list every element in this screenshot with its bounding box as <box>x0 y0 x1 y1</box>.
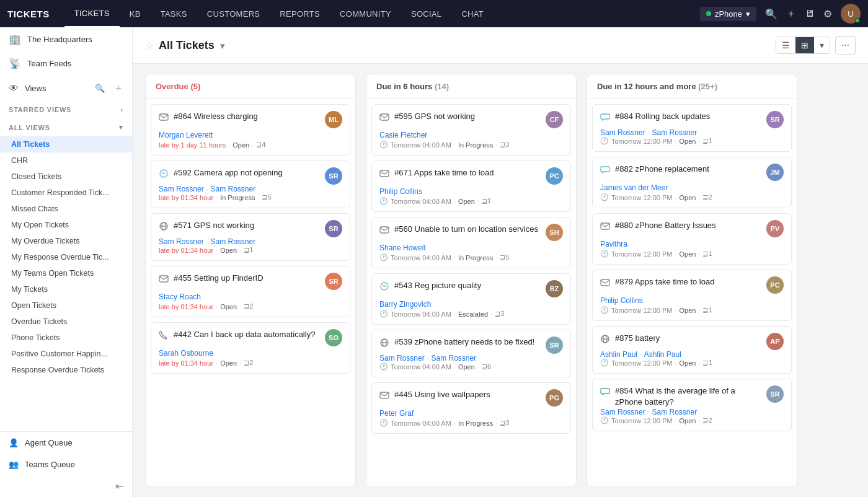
ticket-card[interactable]: #864 Wireless charging ML Morgan Leveret… <box>151 104 350 156</box>
settings-icon[interactable]: ⚙ <box>823 8 832 20</box>
ticket-card[interactable]: #543 Reg picture quality BZ Barry Zingov… <box>371 273 571 325</box>
nav-link-chat[interactable]: CHAT <box>451 0 494 27</box>
nav-link-customers[interactable]: CUSTOMERS <box>197 0 270 27</box>
ticket-card[interactable]: #854 What is the average life of a zPhon… <box>592 379 792 431</box>
favorite-star-icon[interactable]: ☆ <box>145 40 154 51</box>
ticket-card[interactable]: #455 Setting up FinderID SR Stacy Roach … <box>151 266 350 317</box>
assignee-name[interactable]: Pavithra <box>600 240 784 248</box>
more-options-button[interactable]: ··· <box>835 36 856 55</box>
nav-link-tasks[interactable]: TASKS <box>151 0 197 27</box>
sidebar-view-item[interactable]: CHR <box>0 152 132 169</box>
all-views-header[interactable]: ALL VIEWS ▾ <box>0 118 132 136</box>
assignee2-name[interactable]: Sam Rossner <box>652 408 697 416</box>
clock-icon: 🕐 <box>600 137 609 145</box>
ticket-card[interactable]: #445 Using live wallpapers PG Peter Graf… <box>371 382 571 434</box>
ticket-card[interactable]: #560 Unable to turn on location services… <box>371 217 571 268</box>
sidebar-view-item[interactable]: My Response Overdue Tic... <box>0 249 132 265</box>
sidebar-item-views[interactable]: 👁 Views 🔍 ＋ <box>0 76 132 101</box>
assignee-name[interactable]: Casie Fletcher <box>379 131 563 139</box>
sidebar-item-teamfeeds[interactable]: 📡 Team Feeds <box>0 51 132 76</box>
ticket-card-header: #864 Wireless charging ML <box>159 111 342 128</box>
assignee1-name[interactable]: Sam Rossner <box>600 128 645 137</box>
search-icon[interactable]: 🔍 <box>765 8 777 20</box>
assignee-name[interactable]: James van der Meer <box>600 183 784 192</box>
clock-icon: 🕐 <box>600 250 609 258</box>
sidebar-collapse-button[interactable]: ⇤ <box>0 475 132 497</box>
late-status: late by 01:34 hour <box>159 303 213 310</box>
assignee-name[interactable]: Sarah Osbourne <box>159 349 342 358</box>
sidebar-view-item[interactable]: All Tickets <box>0 136 132 152</box>
sidebar-view-item[interactable]: Positive Customer Happin... <box>0 346 132 362</box>
ticket-card[interactable]: #875 battery AP Ashlin Paul · Ashlin Pau… <box>592 326 792 374</box>
sidebar-item-headquarters[interactable]: 🏢 The Headquarters <box>0 27 132 51</box>
sidebar-view-item[interactable]: My Open Tickets <box>0 217 132 233</box>
sidebar-view-item[interactable]: My Tickets <box>0 281 132 297</box>
ticket-card[interactable]: #442 Can I back up data automatically? S… <box>151 322 350 374</box>
ticket-status: Escalated <box>458 310 488 318</box>
phone-badge[interactable]: zPhone ▾ <box>700 7 756 21</box>
assignee2-name[interactable]: Sam Rossner <box>210 237 255 246</box>
plus-icon[interactable]: ＋ <box>786 7 796 20</box>
ticket-card[interactable]: #592 Camera app not opening SR Sam Rossn… <box>151 161 350 208</box>
sidebar-view-item[interactable]: Overdue Tickets <box>0 314 132 330</box>
nav-link-social[interactable]: SOCIAL <box>401 0 451 27</box>
sidebar-view-item[interactable]: Response Overdue Tickets <box>0 362 132 378</box>
ticket-replies: ⊒5 <box>500 253 509 262</box>
ticket-avatar: JM <box>766 164 784 181</box>
starred-views-header[interactable]: STaRRed ViEWS › <box>0 101 132 118</box>
ticket-card[interactable]: #595 GPS not working CF Casie Fletcher 🕐… <box>371 104 571 156</box>
view-title-chevron-icon[interactable]: ▾ <box>220 41 224 51</box>
ticket-card[interactable]: #671 Apps take time to load PC Philip Co… <box>371 161 571 212</box>
user-avatar[interactable]: U <box>841 4 861 24</box>
ticket-status: Open <box>680 138 696 145</box>
nav-link-kb[interactable]: KB <box>120 0 151 27</box>
grid-view-button[interactable]: ⊞ <box>795 37 814 53</box>
assignee1-name[interactable]: Sam Rossner <box>600 408 645 416</box>
ticket-avatar: SR <box>325 220 342 237</box>
assignee1-name[interactable]: Sam Rossner <box>159 237 204 246</box>
views-search-icon[interactable]: 🔍 <box>95 84 105 93</box>
ticket-meta: 🕐Tomorrow 04:00 AM·Open·⊒1 <box>379 197 563 205</box>
nav-link-tickets[interactable]: TICKETS <box>64 0 120 27</box>
assignee-name[interactable]: Stacy Roach <box>159 292 342 301</box>
late-status: late by 1 day 11 hours <box>159 141 226 149</box>
ticket-card[interactable]: #879 Apps take time to load PC Philip Co… <box>592 270 792 321</box>
ticket-card[interactable]: #882 zPhone replacement JM James van der… <box>592 157 792 208</box>
ticket-card[interactable]: #884 Rolling back updates SR Sam Rossner… <box>592 104 792 152</box>
sidebar-item-teams-queue[interactable]: 👥 Teams Queue <box>0 454 132 475</box>
assignee2-name[interactable]: Sam Rossner <box>210 185 255 193</box>
assignee2-name[interactable]: Sam Rossner <box>431 354 476 363</box>
sidebar-item-agent-queue[interactable]: 👤 Agent Queue <box>0 432 132 454</box>
sidebar-view-item[interactable]: Phone Tickets <box>0 330 132 346</box>
notification-icon[interactable]: 🖥 <box>805 8 815 19</box>
phone-label: zPhone <box>715 9 742 19</box>
assignee-name[interactable]: Morgan Leverett <box>159 131 342 139</box>
assignee1-name[interactable]: Ashlin Paul <box>600 350 637 359</box>
sidebar-view-item[interactable]: Missed Chats <box>0 201 132 217</box>
sidebar-view-item[interactable]: Open Tickets <box>0 297 132 314</box>
ticket-card[interactable]: #571 GPS not working SR Sam Rossner · Sa… <box>151 213 350 261</box>
assignee1-name[interactable]: Sam Rossner <box>159 185 204 193</box>
list-view-button[interactable]: ☰ <box>776 37 795 53</box>
nav-link-community[interactable]: COMMUNITY <box>330 0 401 27</box>
assignee-name[interactable]: Philip Collins <box>600 296 784 305</box>
sidebar-view-item[interactable]: My Teams Open Tickets <box>0 265 132 281</box>
assignee1-name[interactable]: Sam Rossner <box>379 354 425 363</box>
sidebar-view-item[interactable]: Customer Responded Tick... <box>0 185 132 201</box>
assignee2-name[interactable]: Ashlin Paul <box>644 350 681 359</box>
assignee-name[interactable]: Philip Collins <box>379 187 563 196</box>
ticket-due-time: Tomorrow 12:00 PM <box>611 359 672 367</box>
assignee-name[interactable]: Peter Graf <box>379 409 563 418</box>
view-toggle-chevron[interactable]: ▾ <box>814 37 830 53</box>
assignee-name[interactable]: Barry Zingovich <box>379 300 563 309</box>
ticket-card[interactable]: #880 zPhone Battery Issues PV Pavithra 🕐… <box>592 213 792 265</box>
nav-link-reports[interactable]: REPORTS <box>270 0 330 27</box>
sidebar-view-item[interactable]: Closed Tickets <box>0 169 132 185</box>
brand-label[interactable]: TIckETS <box>7 9 60 19</box>
sidebar-view-item[interactable]: My Overdue Tickets <box>0 233 132 249</box>
views-add-icon[interactable]: ＋ <box>113 82 123 95</box>
assignee-name[interactable]: Shane Howell <box>379 244 563 252</box>
ticket-card[interactable]: #539 zPhone battery needs to be fixed! S… <box>371 330 571 377</box>
ticket-avatar: PV <box>766 220 784 237</box>
assignee2-name[interactable]: Sam Rossner <box>652 128 697 137</box>
